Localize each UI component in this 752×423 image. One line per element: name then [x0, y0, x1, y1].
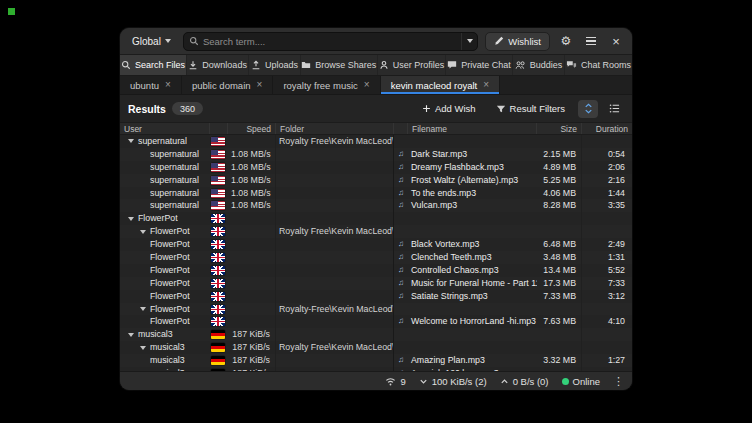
- expander-icon[interactable]: [140, 346, 146, 350]
- expander-icon[interactable]: [140, 230, 146, 234]
- close-icon[interactable]: ×: [364, 80, 370, 90]
- expander-icon[interactable]: [128, 333, 134, 337]
- result-row[interactable]: supernatural1.08 MB/s♫To the ends.mp34.0…: [120, 187, 632, 200]
- flag-uk-icon: [211, 227, 225, 236]
- username-label: FlowerPot: [138, 212, 178, 225]
- user-cell: FlowerPot: [120, 277, 210, 290]
- column-header-filename[interactable]: Filename: [408, 123, 537, 134]
- expander-icon[interactable]: [140, 307, 146, 311]
- tab-chat-rooms[interactable]: Chat Rooms: [565, 55, 632, 75]
- tab-private-chat[interactable]: Private Chat: [446, 55, 513, 75]
- folder-cell: [276, 277, 394, 290]
- size-cell: 4.06 MB: [537, 187, 582, 200]
- column-header-size[interactable]: Size: [537, 123, 582, 134]
- result-row[interactable]: musical3187 KiB/s♫Amazing Plan.mp33.32 M…: [120, 354, 632, 367]
- result-row[interactable]: FlowerPot♫Music for Funeral Home - Part …: [120, 277, 632, 290]
- result-row[interactable]: musical3187 KiB/sRoyalty Free\Kevin MacL…: [120, 341, 632, 354]
- result-filters-button[interactable]: Result Filters: [489, 100, 572, 117]
- expand-collapse-toggle[interactable]: [578, 100, 598, 118]
- tab-label: Uploads: [265, 60, 298, 70]
- flag-cell: [210, 315, 228, 328]
- menu-button[interactable]: [582, 32, 600, 50]
- search-placeholder: Search term....: [203, 36, 457, 47]
- folder-cell: [276, 354, 394, 367]
- tab-buddies[interactable]: Buddies: [513, 55, 565, 75]
- kebab-menu-icon: ⋮: [613, 375, 624, 388]
- chat-rooms-icon: [566, 60, 577, 70]
- size-cell: 7.63 MB: [537, 315, 582, 328]
- duration-cell: [582, 303, 632, 316]
- speed-cell: 187 KiB/s: [228, 354, 276, 367]
- column-header-flag[interactable]: [210, 123, 228, 134]
- window-close-button[interactable]: ×: [607, 32, 625, 50]
- result-row[interactable]: FlowerPotRoyalty Free\Kevin MacLeod\Musi…: [120, 225, 632, 238]
- size-cell: [537, 328, 582, 341]
- result-row[interactable]: supernatural1.08 MB/s♫Dark Star.mp32.15 …: [120, 148, 632, 161]
- result-row[interactable]: supernatural1.08 MB/s♫Dreamy Flashback.m…: [120, 161, 632, 174]
- add-wish-button[interactable]: Add Wish: [415, 100, 483, 117]
- download-rate-status[interactable]: 100 KiB/s (2): [419, 376, 487, 387]
- search-tab-public-domain[interactable]: public domain ×: [182, 76, 273, 94]
- expander-icon[interactable]: [128, 217, 134, 221]
- tab-browse-shares[interactable]: Browse Shares: [301, 55, 378, 75]
- column-header-fileicon[interactable]: [394, 123, 408, 134]
- folder-cell: [276, 251, 394, 264]
- result-row[interactable]: FlowerPotRoyalty-Free\Kevin MacLeod\Musi…: [120, 303, 632, 316]
- column-header-folder[interactable]: Folder: [276, 123, 394, 134]
- search-tab-ubuntu[interactable]: ubuntu ×: [120, 76, 182, 94]
- flag-cell: [210, 161, 228, 174]
- chevron-down-icon: [165, 39, 171, 43]
- speed-cell: [228, 290, 276, 303]
- speed-cell: [228, 303, 276, 316]
- search-history-dropdown[interactable]: [461, 33, 477, 50]
- wishlist-button[interactable]: Wishlist: [485, 32, 550, 51]
- statusbar-menu-button[interactable]: ⋮: [613, 375, 624, 388]
- flag-cell: [210, 148, 228, 161]
- online-status[interactable]: Online: [562, 376, 600, 387]
- flag-cell: [210, 212, 228, 225]
- expander-icon[interactable]: [128, 139, 134, 143]
- list-view-toggle[interactable]: [604, 100, 624, 118]
- upload-rate-status[interactable]: 0 B/s (0): [500, 376, 549, 387]
- close-icon[interactable]: ×: [165, 80, 171, 90]
- result-row[interactable]: FlowerPot♫Satiate Strings.mp37.33 MB3:12: [120, 290, 632, 303]
- result-row[interactable]: FlowerPot♫Welcome to HorrorLand -hi.mp37…: [120, 315, 632, 328]
- tab-downloads[interactable]: Downloads: [187, 55, 249, 75]
- tab-user-profiles[interactable]: User Profiles: [378, 55, 446, 75]
- column-header-speed[interactable]: Speed: [228, 123, 276, 134]
- flag-cell: [210, 251, 228, 264]
- tab-label: User Profiles: [393, 60, 445, 70]
- result-row[interactable]: supernatural1.08 MB/s♫Vulcan.mp38.28 MB3…: [120, 199, 632, 212]
- speed-cell: 187 KiB/s: [228, 328, 276, 341]
- result-row[interactable]: FlowerPot♫Controlled Chaos.mp313.4 MB5:5…: [120, 264, 632, 277]
- user-cell: musical3: [120, 354, 210, 367]
- username-label: supernatural: [150, 174, 199, 187]
- close-icon[interactable]: ×: [257, 80, 263, 90]
- result-row[interactable]: FlowerPot: [120, 212, 632, 225]
- column-header-duration[interactable]: Duration: [582, 123, 632, 134]
- result-filters-label: Result Filters: [510, 103, 565, 114]
- settings-button[interactable]: ⚙: [557, 32, 575, 50]
- connections-status[interactable]: 9: [385, 376, 405, 387]
- filename-cell: Welcome to HorrorLand -hi.mp3: [408, 315, 537, 328]
- result-row[interactable]: supernatural1.08 MB/s♫Frost Waltz (Alter…: [120, 174, 632, 187]
- result-row[interactable]: FlowerPot♫Clenched Teeth.mp33.48 MB1:31: [120, 251, 632, 264]
- column-header-user[interactable]: User: [120, 123, 210, 134]
- result-row[interactable]: supernaturalRoyalty Free\Kevin MacLeod\i…: [120, 135, 632, 148]
- close-icon[interactable]: ×: [483, 80, 489, 90]
- result-row[interactable]: musical3187 KiB/s: [120, 328, 632, 341]
- tab-search-files[interactable]: Search Files: [120, 55, 187, 75]
- speed-cell: [228, 135, 276, 148]
- search-input[interactable]: Search term....: [183, 32, 478, 51]
- tab-uploads[interactable]: Uploads: [249, 55, 301, 75]
- user-icon: [379, 60, 389, 70]
- flag-uk-icon: [211, 305, 225, 314]
- network-signal-icon: [385, 376, 396, 387]
- flag-cell: [210, 135, 228, 148]
- online-status-label: Online: [573, 376, 600, 387]
- search-icon: [189, 36, 199, 46]
- search-tab-royalty-free-music[interactable]: royalty free music ×: [273, 76, 380, 94]
- search-tab-kevin-macleod-royalt[interactable]: kevin macleod royalt ×: [381, 76, 500, 94]
- result-row[interactable]: FlowerPot♫Black Vortex.mp36.48 MB2:49: [120, 238, 632, 251]
- search-scope-dropdown[interactable]: Global: [127, 34, 176, 49]
